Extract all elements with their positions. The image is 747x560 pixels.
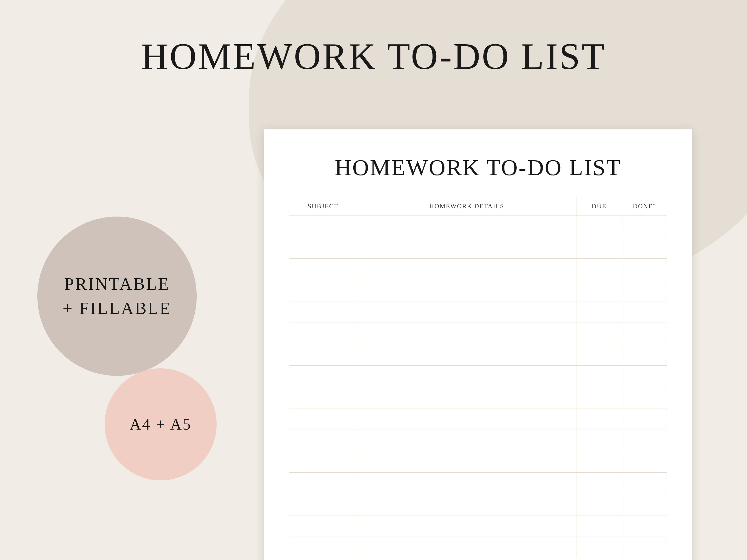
table-cell[interactable]	[622, 473, 667, 494]
table-cell[interactable]	[357, 408, 576, 430]
table-cell[interactable]	[576, 473, 622, 494]
table-cell[interactable]	[289, 216, 357, 237]
table-cell[interactable]	[357, 366, 576, 387]
table-cell[interactable]	[357, 473, 576, 494]
table-cell[interactable]	[357, 323, 576, 344]
table-body	[289, 216, 667, 558]
table-cell[interactable]	[357, 216, 576, 237]
table-cell[interactable]	[622, 451, 667, 473]
table-cell[interactable]	[289, 451, 357, 473]
table-cell[interactable]	[622, 515, 667, 537]
table-row	[289, 259, 667, 280]
table-row	[289, 473, 667, 494]
table-cell[interactable]	[357, 430, 576, 451]
table-cell[interactable]	[622, 301, 667, 323]
table-cell[interactable]	[576, 430, 622, 451]
badge-large-line1: PRINTABLE	[64, 274, 170, 293]
badge-sizes: A4 + A5	[105, 368, 216, 480]
table-cell[interactable]	[576, 280, 622, 301]
table-cell[interactable]	[622, 366, 667, 387]
table-cell[interactable]	[622, 216, 667, 237]
table-cell[interactable]	[357, 537, 576, 558]
table-cell[interactable]	[289, 515, 357, 537]
table-cell[interactable]	[357, 494, 576, 515]
column-header-subject: SUBJECT	[289, 197, 357, 216]
table-cell[interactable]	[576, 494, 622, 515]
table-cell[interactable]	[622, 323, 667, 344]
homework-table: SUBJECT HOMEWORK DETAILS DUE DONE?	[289, 197, 667, 558]
table-cell[interactable]	[289, 301, 357, 323]
table-cell[interactable]	[576, 237, 622, 259]
table-cell[interactable]	[576, 515, 622, 537]
table-cell[interactable]	[357, 237, 576, 259]
table-cell[interactable]	[576, 216, 622, 237]
table-cell[interactable]	[576, 301, 622, 323]
table-cell[interactable]	[576, 366, 622, 387]
table-cell[interactable]	[576, 451, 622, 473]
column-header-details: HOMEWORK DETAILS	[357, 197, 576, 216]
table-cell[interactable]	[289, 408, 357, 430]
table-header-row: SUBJECT HOMEWORK DETAILS DUE DONE?	[289, 197, 667, 216]
table-row	[289, 494, 667, 515]
badge-printable-fillable: PRINTABLE + FILLABLE	[37, 216, 197, 376]
table-row	[289, 408, 667, 430]
table-row	[289, 344, 667, 366]
table-row	[289, 301, 667, 323]
table-cell[interactable]	[357, 451, 576, 473]
table-cell[interactable]	[622, 408, 667, 430]
table-cell[interactable]	[289, 344, 357, 366]
table-cell[interactable]	[289, 387, 357, 408]
table-cell[interactable]	[576, 537, 622, 558]
table-cell[interactable]	[357, 280, 576, 301]
table-row	[289, 237, 667, 259]
table-cell[interactable]	[289, 237, 357, 259]
table-row	[289, 280, 667, 301]
column-header-due: DUE	[576, 197, 622, 216]
badge-large-label: PRINTABLE + FILLABLE	[62, 272, 172, 321]
table-cell[interactable]	[289, 494, 357, 515]
table-row	[289, 537, 667, 558]
column-header-done: DONE?	[622, 197, 667, 216]
table-cell[interactable]	[576, 259, 622, 280]
table-cell[interactable]	[357, 515, 576, 537]
page-title: HOMEWORK TO-DO LIST	[141, 35, 606, 78]
table-row	[289, 387, 667, 408]
badge-small-label: A4 + A5	[130, 415, 192, 433]
table-cell[interactable]	[289, 259, 357, 280]
table-cell[interactable]	[622, 430, 667, 451]
table-cell[interactable]	[289, 323, 357, 344]
table-cell[interactable]	[622, 237, 667, 259]
table-cell[interactable]	[576, 408, 622, 430]
table-cell[interactable]	[622, 344, 667, 366]
badge-large-line2: + FILLABLE	[62, 299, 172, 318]
table-cell[interactable]	[289, 537, 357, 558]
table-cell[interactable]	[357, 259, 576, 280]
table-cell[interactable]	[622, 387, 667, 408]
worksheet-paper: HOMEWORK TO-DO LIST SUBJECT HOMEWORK DET…	[264, 129, 692, 560]
table-row	[289, 430, 667, 451]
table-cell[interactable]	[289, 280, 357, 301]
table-row	[289, 451, 667, 473]
table-cell[interactable]	[576, 323, 622, 344]
table-cell[interactable]	[289, 473, 357, 494]
table-cell[interactable]	[576, 387, 622, 408]
worksheet-title: HOMEWORK TO-DO LIST	[289, 154, 667, 181]
table-row	[289, 366, 667, 387]
table-cell[interactable]	[622, 537, 667, 558]
table-row	[289, 323, 667, 344]
table-cell[interactable]	[576, 344, 622, 366]
table-cell[interactable]	[289, 430, 357, 451]
table-cell[interactable]	[622, 280, 667, 301]
table-cell[interactable]	[357, 387, 576, 408]
table-row	[289, 515, 667, 537]
table-cell[interactable]	[622, 494, 667, 515]
table-row	[289, 216, 667, 237]
table-cell[interactable]	[357, 301, 576, 323]
table-cell[interactable]	[289, 366, 357, 387]
table-cell[interactable]	[622, 259, 667, 280]
table-cell[interactable]	[357, 344, 576, 366]
